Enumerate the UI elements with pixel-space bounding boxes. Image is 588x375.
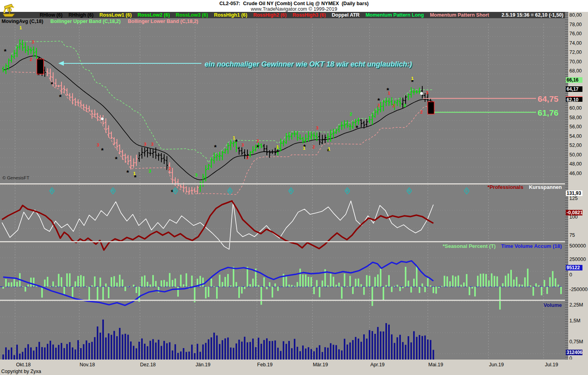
- x-axis-label: Feb.19: [257, 362, 273, 367]
- axis-tick-label: 70,00: [569, 59, 582, 65]
- panel3-legend: *Seasonal Percent (T) Time Volume Accum …: [442, 243, 562, 249]
- legend1-item-4[interactable]: RossLow3 (6): [176, 12, 208, 18]
- legend-item-seasonal-percent[interactable]: *Seasonal Percent (T): [442, 243, 496, 249]
- axis-tick-label: 74,00: [569, 40, 582, 46]
- legend1-item-3[interactable]: RossLow2 (6): [138, 12, 170, 18]
- legend1-item-1[interactable]: RHhigh (6): [69, 12, 94, 18]
- last-value-badge: 66,16: [566, 77, 582, 83]
- axis-tick-label: 50,00: [569, 152, 582, 158]
- last-value-badge: 64,17: [566, 86, 582, 92]
- legend1-item-2[interactable]: RossLow1 (6): [100, 12, 132, 18]
- pattern-number-marker: 1: [19, 25, 22, 30]
- legend1-item-7[interactable]: RossHigh3 (6): [293, 12, 326, 18]
- axis-tick-label: -250000: [569, 287, 588, 292]
- legend2-item-1[interactable]: Bollinger Upper Band (C,18,2): [50, 19, 121, 24]
- pattern-number-marker: 3: [32, 40, 34, 44]
- panel-separator: [0, 300, 565, 301]
- logo-icon: [1, 2, 17, 18]
- panel-separator: [0, 241, 565, 242]
- x-axis-label: Okt.18: [16, 362, 31, 367]
- legend-item-volume[interactable]: Volume: [544, 302, 562, 308]
- axis-tick-label: 76,00: [569, 31, 582, 36]
- pattern-number-marker: 2: [377, 103, 380, 108]
- page-subtitle: www.TradeNavigator.com © 1999-2019: [0, 6, 588, 12]
- chart-annotation: ein nochmaliger Gewinner wie OKT 18 wär …: [205, 60, 412, 68]
- panel4-legend: Volume: [544, 302, 562, 308]
- main-price-chart[interactable]: 64,7561,76*******************13231333231…: [0, 24, 565, 195]
- asterisk-marker: *: [115, 156, 118, 163]
- asterisk-marker: *: [171, 188, 174, 195]
- axis-tick-label: 46,00: [569, 171, 582, 176]
- axis-tick-label: 60,00: [569, 105, 582, 111]
- legend1-item-6[interactable]: RossHigh2 (6): [253, 12, 287, 18]
- pattern-number-marker: 2: [30, 57, 32, 62]
- axis-tick-label: 75: [569, 232, 575, 238]
- pattern-number-marker: 1: [328, 147, 330, 151]
- time-axis[interactable]: Copyright by Zyxa Okt.18Nov.18Dez.18Jän.…: [0, 360, 588, 375]
- panel2-legend: *Professionals Kursspannen: [488, 184, 562, 190]
- axis-tick-label: 125: [569, 196, 578, 201]
- pattern-number-marker: 3: [144, 142, 146, 147]
- trade-navigator-window: CL2-057: Crude Oil NY (Comb) Cont Liq @ …: [0, 0, 588, 375]
- pattern-number-marker: 1: [388, 91, 390, 95]
- legend2-item-0[interactable]: MovingAvg (C,18): [2, 19, 43, 24]
- pattern-number-marker: 3: [316, 126, 318, 130]
- axis-tick-label: 78,00: [569, 22, 582, 27]
- last-value-badge: 62,10: [566, 96, 582, 102]
- axis-tick-label: 500000: [569, 243, 586, 249]
- legend1-item-8[interactable]: Doppel ATR: [332, 12, 360, 18]
- axis-tick-label: 52,00: [569, 143, 582, 148]
- legend1-item-10[interactable]: Momentum Pattern Short: [430, 12, 489, 18]
- legend2-item-2[interactable]: Bollinger Lower Band (C,18,2): [128, 19, 198, 24]
- legend-item-kursspannen[interactable]: Kursspannen: [529, 184, 562, 190]
- diamond-marker-icon: R: [290, 189, 293, 193]
- axis-tick-label: 68,00: [569, 68, 582, 74]
- last-value-badge: 312406: [566, 350, 582, 355]
- asterisk-marker: *: [4, 48, 7, 55]
- axis-tick-label: 58,00: [569, 115, 582, 120]
- axis-tick-label: 0: [569, 272, 572, 278]
- pattern-number-marker: 1: [411, 76, 414, 81]
- asterisk-marker: *: [257, 144, 259, 151]
- pattern-number-marker: 1: [276, 145, 279, 149]
- x-axis-label: Mai.19: [428, 362, 443, 367]
- legend1-item-0[interactable]: RHlow (6): [40, 12, 63, 18]
- seasonal-panel[interactable]: [0, 254, 565, 312]
- asterisk-marker: *: [101, 147, 104, 154]
- axis-tick-label: 2,25M: [569, 302, 583, 308]
- pattern-number-marker: 3: [195, 173, 197, 177]
- diamond-marker-icon: R: [112, 189, 115, 193]
- diamond-marker-icon: R: [346, 189, 349, 193]
- genesis-credit: © GenesisFT: [2, 175, 29, 180]
- pattern-number-marker: 1: [303, 146, 305, 150]
- last-value-badge: 131,93: [566, 190, 582, 196]
- pattern-number-marker: 2: [350, 112, 352, 116]
- pattern-number-marker: 2: [257, 139, 259, 143]
- axis-tick-label: 54,00: [569, 133, 582, 139]
- asterisk-marker: *: [276, 148, 279, 156]
- price-axis[interactable]: 80,0078,0076,0074,0072,0070,0068,0066,00…: [568, 12, 588, 360]
- indicator-legend-row-2: MovingAvg (C,18)Bollinger Upper Band (C,…: [2, 18, 198, 25]
- x-axis-label: Apr.19: [370, 362, 385, 367]
- axis-tick-label: 250000: [569, 257, 586, 262]
- price-callout: 64,75: [538, 94, 559, 103]
- legend-item-professionals[interactable]: *Professionals: [488, 184, 523, 190]
- legend1-item-5[interactable]: RossHigh1 (6): [214, 12, 247, 18]
- axis-tick-label: 56,00: [569, 124, 582, 129]
- asterisk-marker: *: [356, 124, 358, 132]
- chart-area: 64,7561,76*******************13231333231…: [0, 12, 565, 360]
- last-value-badge: -0,0821: [566, 210, 582, 215]
- pattern-number-marker: 2: [404, 103, 406, 108]
- axis-tick-label: 72,00: [569, 49, 582, 55]
- legend1-item-9[interactable]: Momentum Pattern Long: [366, 12, 424, 18]
- legend-item-time-volume-accum[interactable]: Time Volume Accum (18): [501, 243, 562, 249]
- panel-separator: [0, 183, 565, 185]
- last-quote-readout: 2.5.19 15:36 = 62,10 (-1,50): [502, 12, 563, 18]
- pattern-number-marker: 3: [149, 169, 151, 173]
- pattern-number-marker: 1: [233, 135, 235, 140]
- pattern-number-marker: 2: [420, 110, 423, 114]
- diamond-marker-icon: R: [174, 189, 177, 193]
- pattern-number-marker: 3: [97, 143, 99, 147]
- pattern-number-marker: 2: [312, 145, 315, 149]
- pattern-number-marker: 1: [133, 171, 136, 176]
